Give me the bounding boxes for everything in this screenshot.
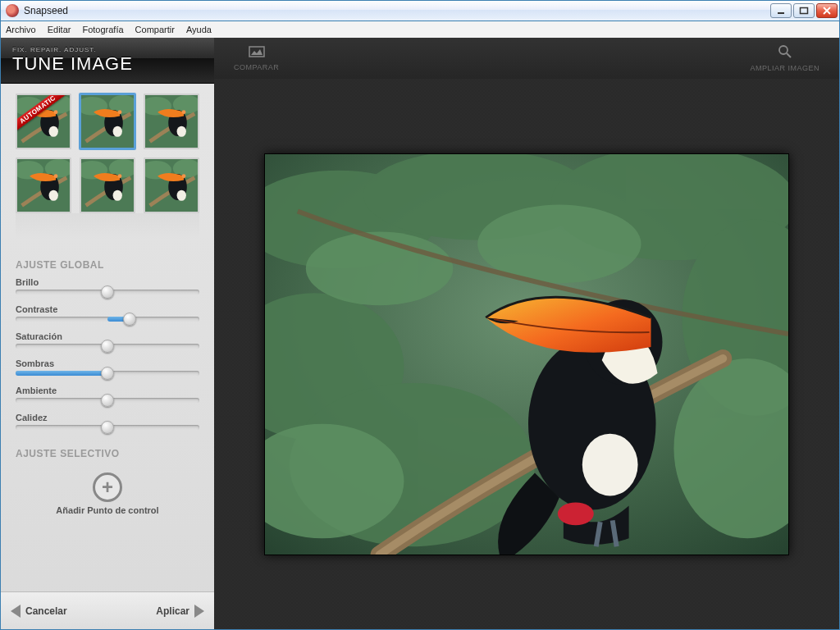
compare-label: COMPARAR [234,63,279,71]
slider-shadows: Sombras [16,358,199,376]
section-selective-label: AJUSTE SELECTIVO [16,448,199,459]
slider-contrast-track[interactable] [16,317,199,322]
image-frame [264,153,789,555]
slider-warmth-track[interactable] [16,425,199,430]
chevron-right-icon [194,605,204,618]
slider-warmth-thumb[interactable] [101,421,114,434]
menu-archivo[interactable]: Archivo [6,25,36,34]
menu-editar[interactable]: Editar [48,25,71,34]
slider-brightness: Brillo [16,277,199,294]
menu-compartir[interactable]: Compartir [135,25,175,34]
svg-point-6 [49,126,58,137]
slider-ambience-track[interactable] [16,398,199,403]
sliders-panel: Brillo Contraste Saturación Sombras Ambi… [1,277,214,440]
svg-rect-0 [778,12,784,14]
preset-reflection [16,213,199,246]
sidebar-bottom-bar: Cancelar Aplicar [1,591,214,629]
slider-brightness-track[interactable] [16,290,199,294]
apply-label: Aplicar [156,605,189,617]
preset-auto[interactable]: AUTOMATIC [16,94,71,149]
svg-line-40 [787,53,791,57]
compare-button[interactable]: COMPARAR [234,45,279,71]
canvas-toolbar: COMPARAR AMPLIAR IMAGEN [214,38,839,79]
menu-ayuda[interactable]: Ayuda [186,25,212,34]
svg-point-7 [54,110,58,114]
magnifier-icon [750,44,819,62]
slider-saturation-track[interactable] [16,344,199,349]
sidebar: FIX. REPAIR. ADJUST. TUNE IMAGE AUTOMATI… [1,38,214,629]
chevron-left-icon [11,605,21,618]
preset-preset-4[interactable] [16,158,71,213]
slider-contrast-label: Contraste [16,304,199,314]
slider-brightness-thumb[interactable] [101,285,114,299]
zoom-button[interactable]: AMPLIAR IMAGEN [750,44,819,72]
preset-preset-6[interactable] [144,158,199,213]
preset-preset-3[interactable] [144,94,199,149]
svg-point-30 [113,190,122,201]
image-stage[interactable] [214,79,839,629]
section-global-label: AJUSTE GLOBAL [16,259,199,271]
svg-point-25 [54,174,58,178]
add-control-point-label: Añadir Punto de control [1,505,214,515]
svg-point-36 [177,190,186,201]
preset-grid: AUTOMATIC [1,84,214,213]
svg-point-31 [118,174,122,178]
window-titlebar: Snapseed [0,0,840,21]
svg-rect-1 [801,8,808,14]
tool-header: FIX. REPAIR. ADJUST. TUNE IMAGE [1,38,214,84]
preset-preset-2[interactable] [80,94,135,149]
slider-shadows-track[interactable] [16,371,199,376]
menu-bar: Archivo Editar Fotografía Compartir Ayud… [0,21,840,38]
cancel-button[interactable]: Cancelar [11,605,67,618]
svg-point-39 [779,46,788,54]
photo-content [265,154,788,555]
slider-ambience-thumb[interactable] [101,394,114,407]
slider-ambience: Ambiente [16,386,199,403]
tool-subtitle: FIX. REPAIR. ADJUST. [12,46,203,53]
image-compare-icon [234,45,279,62]
svg-point-53 [582,433,638,495]
slider-saturation: Saturación [16,331,199,349]
svg-point-19 [182,110,186,114]
svg-point-37 [182,174,186,178]
window-title: Snapseed [24,5,770,16]
zoom-label: AMPLIAR IMAGEN [750,64,819,72]
svg-point-12 [113,126,122,137]
canvas-area: COMPARAR AMPLIAR IMAGEN [214,38,839,629]
slider-warmth: Calidez [16,413,199,430]
minimize-button[interactable] [770,3,792,18]
menu-fotografia[interactable]: Fotografía [82,25,123,34]
window-buttons [770,3,838,18]
plus-icon: + [93,472,122,502]
maximize-button[interactable] [793,3,815,18]
slider-saturation-thumb[interactable] [101,340,114,353]
slider-contrast-thumb[interactable] [123,313,136,326]
svg-rect-38 [249,47,264,57]
svg-point-48 [306,231,453,305]
slider-contrast: Contraste [16,304,199,322]
add-control-point-button[interactable]: + Añadir Punto de control [1,472,214,515]
svg-point-54 [558,502,594,525]
slider-shadows-thumb[interactable] [101,367,114,380]
svg-point-18 [177,126,186,137]
svg-point-13 [118,110,122,114]
cancel-label: Cancelar [25,605,67,617]
app-icon [6,4,19,17]
apply-button[interactable]: Aplicar [156,605,204,618]
svg-point-24 [49,190,58,201]
close-button[interactable] [816,3,838,18]
tool-title: TUNE IMAGE [12,53,203,75]
preset-preset-5[interactable] [80,158,135,213]
